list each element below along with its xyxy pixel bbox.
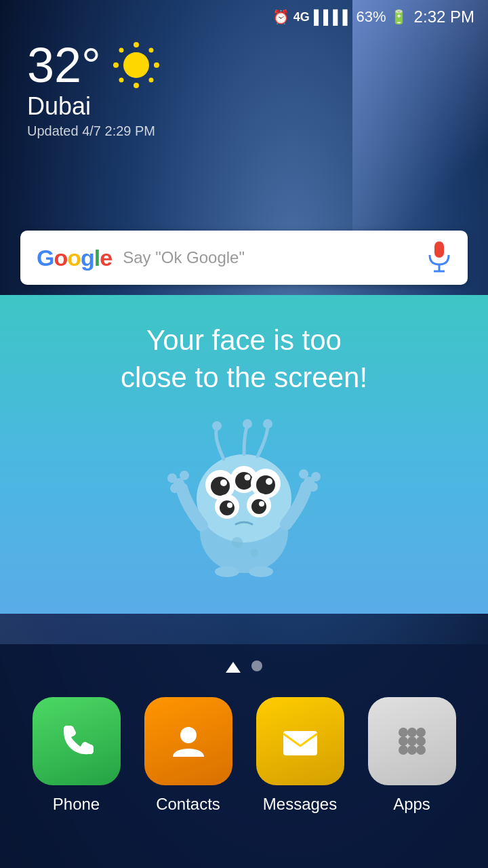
svg-point-24 bbox=[266, 478, 272, 485]
svg-point-32 bbox=[167, 473, 177, 483]
apps-icon-bg bbox=[368, 697, 456, 785]
svg-point-2 bbox=[113, 62, 119, 68]
svg-point-39 bbox=[215, 566, 239, 577]
app-dock: Phone Contacts Messages bbox=[0, 697, 488, 814]
svg-rect-8 bbox=[434, 241, 444, 258]
svg-point-1 bbox=[134, 83, 139, 88]
svg-marker-43 bbox=[226, 662, 241, 673]
dock-item-contacts[interactable]: Contacts bbox=[144, 697, 232, 814]
svg-point-38 bbox=[308, 482, 318, 492]
bottom-area: Phone Contacts Messages bbox=[0, 644, 488, 868]
google-search-placeholder[interactable]: Say "Ok Google" bbox=[123, 248, 416, 267]
svg-point-17 bbox=[211, 477, 230, 496]
messages-icon-bg bbox=[256, 697, 344, 785]
svg-point-54 bbox=[416, 745, 426, 755]
svg-rect-45 bbox=[283, 731, 317, 755]
svg-point-29 bbox=[251, 499, 266, 514]
messages-icon bbox=[277, 717, 324, 765]
city-name: Dubai bbox=[27, 92, 161, 121]
phone-label: Phone bbox=[53, 795, 100, 814]
weather-widget: 32° Dubai Updated 4/7 2:29 PM bbox=[27, 41, 161, 139]
messages-label: Messages bbox=[263, 795, 337, 814]
phone-icon-bg bbox=[33, 697, 121, 785]
apps-label: Apps bbox=[393, 795, 430, 814]
svg-point-21 bbox=[245, 474, 251, 480]
google-logo: Google bbox=[37, 245, 112, 271]
temperature-display: 32° bbox=[27, 41, 101, 90]
svg-point-33 bbox=[180, 471, 189, 480]
signal-icon: ▌▌▌▌ bbox=[314, 9, 352, 25]
weather-updated: Updated 4/7 2:29 PM bbox=[27, 123, 161, 139]
svg-point-15 bbox=[243, 419, 252, 429]
page-indicators bbox=[226, 660, 262, 677]
monster-svg bbox=[149, 417, 339, 587]
svg-point-18 bbox=[220, 479, 227, 486]
svg-point-27 bbox=[227, 502, 232, 508]
weather-icon bbox=[112, 41, 161, 90]
page-dot-indicator bbox=[251, 660, 262, 671]
svg-point-13 bbox=[212, 421, 222, 431]
status-bar: ⏰ 4G ▌▌▌▌ 63% 🔋 2:32 PM bbox=[0, 0, 488, 34]
battery-icon: 🔋 bbox=[390, 9, 407, 25]
svg-point-5 bbox=[148, 48, 153, 53]
svg-point-14 bbox=[263, 419, 272, 429]
contacts-icon bbox=[165, 717, 212, 765]
phone-icon bbox=[53, 717, 100, 765]
monster-illustration bbox=[149, 417, 339, 587]
apps-icon bbox=[388, 717, 436, 765]
svg-point-51 bbox=[416, 736, 426, 746]
svg-point-34 bbox=[170, 484, 180, 493]
svg-point-41 bbox=[232, 537, 243, 548]
svg-point-52 bbox=[399, 745, 408, 755]
svg-point-26 bbox=[220, 500, 235, 515]
svg-point-20 bbox=[235, 472, 253, 490]
network-type-icon: 4G bbox=[293, 10, 310, 24]
svg-point-47 bbox=[407, 728, 417, 737]
google-search-bar[interactable]: Google Say "Ok Google" bbox=[20, 231, 468, 285]
home-page-indicator bbox=[226, 660, 241, 677]
alarm-icon: ⏰ bbox=[272, 9, 289, 25]
svg-point-50 bbox=[407, 736, 417, 746]
notification-message: Your face is too close to the screen! bbox=[121, 322, 367, 396]
svg-point-40 bbox=[249, 566, 273, 577]
contacts-label: Contacts bbox=[156, 795, 220, 814]
dock-item-phone[interactable]: Phone bbox=[33, 697, 121, 814]
svg-point-6 bbox=[119, 78, 123, 83]
svg-point-3 bbox=[154, 62, 159, 68]
svg-point-48 bbox=[416, 728, 426, 737]
svg-point-46 bbox=[399, 728, 408, 737]
battery-text: 63% bbox=[357, 8, 386, 26]
svg-point-23 bbox=[256, 475, 275, 494]
svg-point-4 bbox=[119, 48, 123, 53]
svg-point-30 bbox=[259, 501, 264, 507]
status-icons: ⏰ 4G ▌▌▌▌ 63% 🔋 2:32 PM bbox=[272, 7, 474, 26]
svg-point-42 bbox=[250, 549, 258, 557]
microphone-icon[interactable] bbox=[427, 241, 451, 274]
dock-item-messages[interactable]: Messages bbox=[256, 697, 344, 814]
notification-card: Your face is too close to the screen! bbox=[0, 295, 488, 614]
svg-point-49 bbox=[399, 736, 408, 746]
svg-point-53 bbox=[407, 745, 417, 755]
svg-point-0 bbox=[134, 42, 139, 47]
contacts-icon-bg bbox=[144, 697, 232, 785]
sun-rays bbox=[112, 41, 161, 90]
dock-item-apps[interactable]: Apps bbox=[368, 697, 456, 814]
clock: 2:32 PM bbox=[414, 7, 474, 26]
svg-point-36 bbox=[311, 472, 321, 481]
svg-point-37 bbox=[299, 469, 308, 479]
svg-point-44 bbox=[180, 727, 197, 743]
svg-point-7 bbox=[148, 78, 153, 83]
